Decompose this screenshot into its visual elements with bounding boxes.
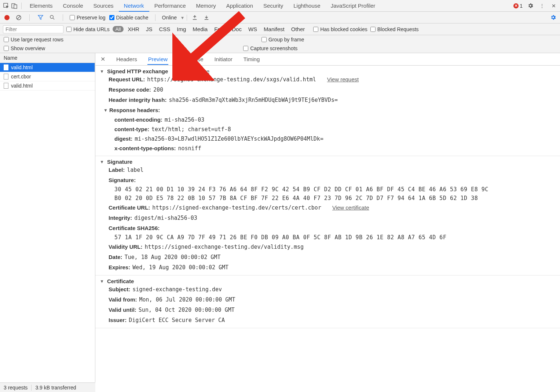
main-toolbar: ElementsConsoleSourcesNetworkPerformance… [0,0,560,12]
preserve-log-checkbox[interactable]: Preserve log [70,15,106,21]
hide-data-urls-checkbox[interactable]: Hide data URLs [66,26,110,32]
collapse-icon[interactable]: ▼ [100,279,104,284]
type-manifest[interactable]: Manifest [263,26,286,32]
response-code-value: 200 [153,86,163,93]
error-icon: ✕ [513,3,519,8]
detail-tab-timing[interactable]: Timing [243,54,260,64]
type-all[interactable]: All [113,26,124,32]
clear-icon[interactable] [15,14,23,22]
signature-hex: B0 02 20 0D E5 78 22 0B 10 57 7B 8A CF B… [100,194,556,203]
tab-javascript-profiler[interactable]: JavaScript Profiler [326,0,381,11]
type-ws[interactable]: WS [247,26,258,32]
detail-tab-preview[interactable]: Preview [147,54,168,65]
large-rows-checkbox[interactable]: Use large request rows [4,37,63,42]
blocked-requests-checkbox[interactable]: Blocked Requests [370,26,419,32]
header-integrity-value: sha256-aSdRm3m7qXtaWb3xjRn5mHDUqEbWAj9t9… [169,97,338,103]
collapse-icon[interactable]: ▼ [100,159,104,164]
sxg-title: Signed HTTP exchange [107,68,168,74]
cert-sha-hex: 57 1A 1F 20 9C CA A9 7D 7F 49 71 26 BE F… [100,233,556,242]
type-media[interactable]: Media [191,26,209,32]
collapse-icon[interactable]: ▼ [100,69,104,74]
type-font[interactable]: Font [213,26,226,32]
request-item[interactable]: cert.cbor [0,72,95,81]
tab-application[interactable]: Application [221,0,258,11]
request-item[interactable]: valid.html [0,63,95,72]
document-icon [4,64,8,70]
upload-icon[interactable] [191,14,199,22]
tab-memory[interactable]: Memory [191,0,221,11]
type-img[interactable]: Img [176,26,187,32]
view-certificate-link[interactable]: View certificate [332,204,369,211]
header-integrity-label: Header integrity hash: [109,97,166,103]
tab-lighthouse[interactable]: Lighthouse [288,0,325,11]
type-other[interactable]: Other [290,26,306,32]
request-name: cert.cbor [11,74,31,79]
device-toggle-icon[interactable] [10,2,18,10]
error-badge[interactable]: ✕1 [513,3,523,9]
signature-title: Signature [107,159,132,165]
type-css[interactable]: CSS [158,26,171,32]
type-doc[interactable]: Doc [231,26,243,32]
download-icon[interactable] [202,14,211,22]
response-headers-title: Response headers: [109,107,160,113]
svg-point-5 [50,15,53,18]
certificate-title: Certificate [107,278,134,284]
detail-tab-headers[interactable]: Headers [116,54,138,64]
svg-rect-2 [14,5,17,8]
capture-screenshots-checkbox[interactable]: Capture screenshots [243,45,297,51]
request-name: valid.html [11,83,33,89]
record-icon[interactable] [3,14,11,22]
request-url-value: https://signed-exchange-testing.dev/sxgs… [147,76,316,83]
transferred-size: 3.9 kB transferred [35,385,76,391]
request-count: 3 requests [4,385,28,391]
tab-sources[interactable]: Sources [88,0,119,11]
tab-console[interactable]: Console [58,0,88,11]
response-code-label: Response code: [109,86,151,93]
tab-elements[interactable]: Elements [25,0,58,11]
inspect-icon[interactable] [2,2,10,10]
filter-icon[interactable] [36,14,44,22]
settings-rows: Use large request rows Group by frame Sh… [0,35,560,53]
close-detail-icon[interactable]: ✕ [98,56,107,63]
request-name: valid.html [11,64,33,70]
status-bar: 3 requests 3.9 kB transferred [0,382,95,392]
tab-network[interactable]: Network [119,0,149,12]
learn-more-link[interactable]: Learn more [181,68,209,74]
tab-performance[interactable]: Performance [149,0,191,11]
detail-tab-initiator[interactable]: Initiator [214,54,233,64]
type-xhr[interactable]: XHR [127,26,140,32]
tab-security[interactable]: Security [258,0,288,11]
disable-cache-checkbox[interactable]: Disable cache [109,15,149,21]
document-icon [4,83,8,89]
group-frame-checkbox[interactable]: Group by frame [261,37,304,42]
signature-hex: 30 45 02 21 00 D1 10 39 24 F3 76 A6 64 8… [100,185,556,194]
more-icon[interactable]: ⋮ [538,2,546,10]
throttling-select[interactable]: Online▾ [162,15,187,21]
document-icon [4,74,8,79]
show-overview-checkbox[interactable]: Show overview [4,45,45,51]
filter-input[interactable] [3,25,63,33]
has-blocked-cookies-checkbox[interactable]: Has blocked cookies [313,26,367,32]
request-url-label: Request URL: [109,76,145,82]
svg-line-4 [17,16,20,19]
detail-tab-response[interactable]: Response [178,54,204,64]
request-list-header[interactable]: Name [0,53,95,63]
collapse-icon[interactable]: ▼ [103,108,108,113]
settings-icon[interactable] [526,2,534,10]
detail-tabs: ✕ HeadersPreviewResponseInitiatorTiming [95,53,560,66]
detail-pane: ✕ HeadersPreviewResponseInitiatorTiming … [95,53,560,382]
view-request-link[interactable]: View request [327,76,359,82]
network-settings-icon[interactable] [549,14,557,22]
network-toolbar: Preserve log Disable cache Online▾ [0,12,560,23]
close-icon[interactable]: ✕ [550,2,558,10]
svg-line-6 [53,18,54,19]
type-js[interactable]: JS [145,26,154,32]
request-list: Name valid.htmlcert.cborvalid.html [0,53,95,382]
search-icon[interactable] [48,14,56,22]
filter-toolbar: Hide data URLs All XHRJSCSSImgMediaFontD… [0,23,560,35]
request-item[interactable]: valid.html [0,81,95,90]
